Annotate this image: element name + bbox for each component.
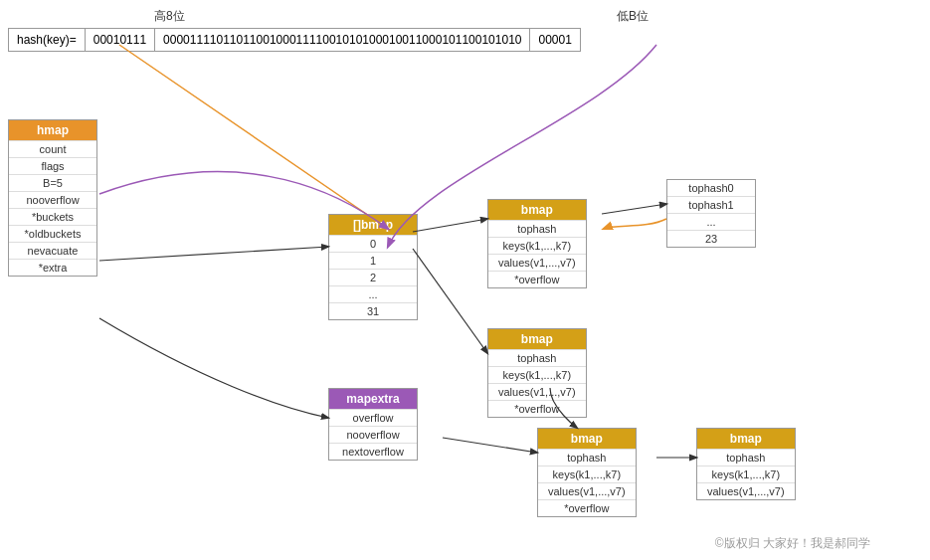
bmap1-box: bmap tophash keys(k1,...,k7) values(v1,.… bbox=[487, 199, 587, 288]
svg-line-2 bbox=[413, 219, 487, 232]
bmap-arr-1: 1 bbox=[329, 252, 417, 269]
bmap-arr-header: []bmap bbox=[329, 215, 417, 235]
tophash-1: tophash1 bbox=[667, 196, 755, 213]
bmap-array-box: []bmap 0 1 2 ... 31 bbox=[328, 214, 418, 320]
svg-line-5 bbox=[443, 438, 537, 453]
hash-high8: 00010111 bbox=[86, 29, 155, 51]
hmap-field-buckets: *buckets bbox=[9, 208, 96, 225]
bmap-arr-dots: ... bbox=[329, 285, 417, 302]
hash-middle: 0000111101101100100011110010101000100110… bbox=[155, 29, 530, 51]
bmap-arr-0: 0 bbox=[329, 235, 417, 252]
hash-row: hash(key)= 00010111 00001111011011001000… bbox=[8, 28, 581, 52]
mapextra-overflow: overflow bbox=[329, 409, 417, 426]
bmap2-header: bmap bbox=[488, 329, 586, 349]
bmap2-overflow: *overflow bbox=[488, 400, 586, 417]
hmap-field-extra: *extra bbox=[9, 259, 96, 276]
bmap3-tophash: tophash bbox=[538, 449, 636, 466]
bmap1-keys: keys(k1,...,k7) bbox=[488, 237, 586, 254]
watermark: ©版权归 大家好！我是郝同学 bbox=[715, 535, 870, 552]
bmap1-header: bmap bbox=[488, 200, 586, 220]
tophash-23: 23 bbox=[667, 230, 755, 247]
hmap-field-nevacuate: nevacuate bbox=[9, 242, 96, 259]
hmap-field-oldbuckets: *oldbuckets bbox=[9, 225, 96, 242]
svg-line-4 bbox=[602, 204, 666, 214]
bmap1-overflow: *overflow bbox=[488, 271, 586, 287]
bmap2-keys: keys(k1,...,k7) bbox=[488, 366, 586, 383]
high-bits-label: 高8位 bbox=[154, 8, 185, 25]
svg-line-3 bbox=[413, 249, 487, 353]
hash-low: 00001 bbox=[530, 29, 579, 51]
bmap2-tophash: tophash bbox=[488, 349, 586, 366]
mapextra-header: mapextra bbox=[329, 389, 417, 409]
mapextra-box: mapextra overflow nooverflow nextoverflo… bbox=[328, 388, 418, 461]
tophash-0: tophash0 bbox=[667, 180, 755, 196]
low-bits-label: 低B位 bbox=[617, 8, 649, 25]
tophash-dots: ... bbox=[667, 213, 755, 230]
bmap4-box: bmap tophash keys(k1,...,k7) values(v1,.… bbox=[696, 428, 796, 500]
hmap-field-count: count bbox=[9, 140, 96, 157]
svg-line-1 bbox=[99, 247, 328, 261]
tophash-box: tophash0 tophash1 ... 23 bbox=[666, 179, 756, 248]
hmap-header: hmap bbox=[9, 120, 96, 140]
hmap-field-b: B=5 bbox=[9, 174, 96, 191]
hmap-field-flags: flags bbox=[9, 157, 96, 174]
bmap-arr-2: 2 bbox=[329, 269, 417, 285]
bmap2-values: values(v1,...,v7) bbox=[488, 383, 586, 400]
bmap1-tophash: tophash bbox=[488, 220, 586, 237]
bmap3-values: values(v1,...,v7) bbox=[538, 482, 636, 499]
bmap4-tophash: tophash bbox=[697, 449, 795, 466]
bmap2-box: bmap tophash keys(k1,...,k7) values(v1,.… bbox=[487, 328, 587, 418]
hmap-field-nooverflow: nooverflow bbox=[9, 191, 96, 208]
bmap-arr-31: 31 bbox=[329, 302, 417, 319]
mapextra-nextoverflow: nextoverflow bbox=[329, 443, 417, 460]
bmap4-values: values(v1,...,v7) bbox=[697, 482, 795, 499]
bmap1-values: values(v1,...,v7) bbox=[488, 254, 586, 271]
svg-line-0 bbox=[119, 45, 388, 229]
bmap3-keys: keys(k1,...,k7) bbox=[538, 466, 636, 482]
hash-prefix: hash(key)= bbox=[9, 29, 86, 51]
hmap-box: hmap count flags B=5 nooverflow *buckets… bbox=[8, 119, 97, 277]
bmap3-overflow: *overflow bbox=[538, 499, 636, 516]
bmap3-header: bmap bbox=[538, 429, 636, 449]
bmap4-header: bmap bbox=[697, 429, 795, 449]
mapextra-nooverflow: nooverflow bbox=[329, 426, 417, 443]
diagram-container: 高8位 低B位 hash(key)= 00010111 000011110110… bbox=[0, 0, 930, 560]
bmap3-box: bmap tophash keys(k1,...,k7) values(v1,.… bbox=[537, 428, 637, 517]
bmap4-keys: keys(k1,...,k7) bbox=[697, 466, 795, 482]
